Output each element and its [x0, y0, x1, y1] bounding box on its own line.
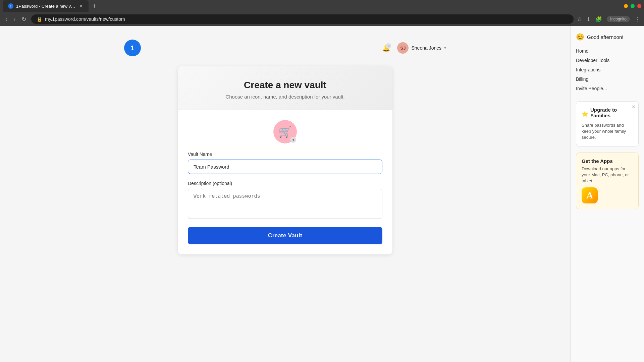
user-menu-chevron: ▾: [444, 46, 446, 50]
right-sidebar: 😊 Good afternoon! Home Developer Tools I…: [570, 26, 644, 362]
vault-card-header: Create a new vault Choose an icon, name,…: [178, 66, 392, 110]
sidebar-item-developer-tools[interactable]: Developer Tools: [576, 56, 639, 64]
sidebar-item-billing[interactable]: Billing: [576, 75, 639, 83]
logo-icon: 1: [124, 40, 141, 56]
upgrade-card: ✕ ⭐ Upgrade to Families Share passwords …: [576, 101, 639, 146]
create-vault-card: Create a new vault Choose an icon, name,…: [178, 66, 392, 254]
maximize-button[interactable]: [631, 4, 635, 8]
user-menu[interactable]: SJ Sheena Jones ▾: [397, 42, 446, 54]
apps-card: Get the Apps Download our apps for your …: [576, 153, 639, 209]
back-button[interactable]: ‹: [4, 14, 9, 24]
vault-icon-emoji: 🛒: [278, 125, 292, 138]
notification-badge: 0: [386, 43, 391, 49]
apps-icon-symbol: A: [586, 190, 593, 201]
vault-icon-chevron: ▾: [290, 137, 296, 143]
sidebar-item-integrations[interactable]: Integrations: [576, 66, 639, 74]
greeting-area: 😊 Good afternoon!: [576, 33, 639, 41]
tab-favicon: 1: [8, 3, 13, 9]
minimize-button[interactable]: [624, 4, 628, 8]
download-icon[interactable]: ⬇: [586, 16, 591, 22]
apps-title: Get the Apps: [582, 158, 633, 164]
description-label: Description (optional): [188, 181, 382, 186]
bookmark-icon[interactable]: ☆: [577, 16, 582, 22]
vault-icon-area: 🛒 ▾: [188, 120, 382, 143]
description-input[interactable]: [188, 189, 382, 219]
apps-icon[interactable]: A: [582, 187, 598, 203]
greeting-emoji: 😊: [576, 33, 584, 41]
sidebar-item-home[interactable]: Home: [576, 47, 639, 55]
notification-button[interactable]: 🔔 0: [382, 44, 390, 52]
description-group: Description (optional): [188, 181, 382, 220]
vault-name-label: Vault Name: [188, 152, 382, 157]
user-name-label: Sheena Jones: [411, 45, 441, 51]
upgrade-title: Upgrade to Families: [590, 107, 633, 118]
forward-button[interactable]: ›: [12, 14, 17, 24]
active-browser-tab[interactable]: 1 1Password - Create a new vault ✕: [3, 0, 89, 12]
sidebar-nav: Home Developer Tools Integrations Billin…: [576, 47, 639, 93]
vault-card-body: 🛒 ▾ Vault Name Description (optional) Cr…: [178, 110, 392, 254]
tab-close-button[interactable]: ✕: [79, 3, 83, 9]
upgrade-description: Share passwords and keep your whole fami…: [582, 122, 633, 141]
new-tab-button[interactable]: +: [90, 1, 99, 11]
page-title: Create a new vault: [188, 80, 382, 90]
greeting-text: Good afternoon!: [587, 34, 623, 40]
user-avatar: SJ: [397, 42, 409, 54]
apps-description: Download our apps for your Mac, PC, phon…: [582, 166, 633, 184]
menu-icon[interactable]: ⋮: [635, 16, 640, 22]
close-button[interactable]: [637, 4, 641, 8]
upgrade-icon: ⭐: [582, 111, 588, 117]
reload-button[interactable]: ↻: [20, 14, 28, 24]
url-display: my.1password.com/vaults/new/custom: [45, 16, 125, 22]
vault-name-input[interactable]: [188, 160, 382, 174]
address-bar[interactable]: 🔒 my.1password.com/vaults/new/custom: [31, 14, 574, 24]
extensions-icon[interactable]: 🧩: [595, 16, 602, 22]
create-vault-button[interactable]: Create Vault: [188, 227, 382, 244]
vault-name-group: Vault Name: [188, 152, 382, 174]
upgrade-card-close-button[interactable]: ✕: [632, 104, 636, 110]
page-subtitle: Choose an icon, name, and description fo…: [188, 94, 382, 100]
incognito-badge: Incognito: [607, 16, 630, 22]
tab-title: 1Password - Create a new vault: [16, 4, 76, 9]
app-logo[interactable]: 1: [124, 40, 141, 56]
vault-icon-button[interactable]: 🛒 ▾: [273, 120, 297, 143]
sidebar-item-invite-people[interactable]: Invite People...: [576, 84, 639, 93]
